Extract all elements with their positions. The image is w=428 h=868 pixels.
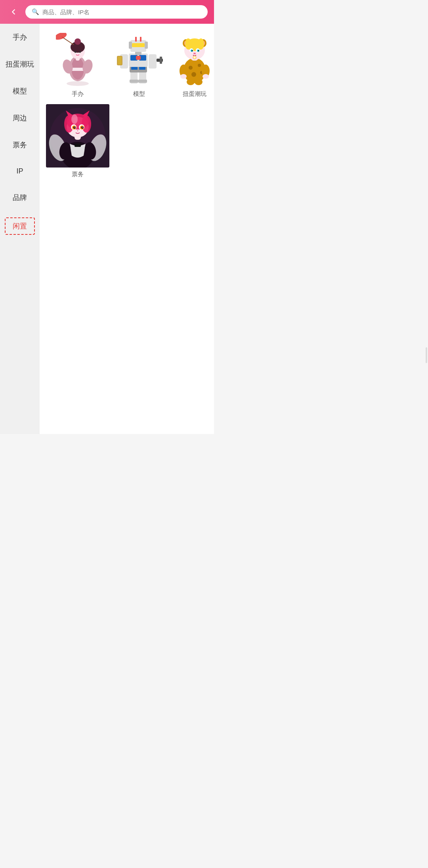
category-grid: 手办 xyxy=(46,32,214,178)
svg-point-41 xyxy=(191,72,196,77)
svg-point-13 xyxy=(79,51,81,53)
category-item-niudan[interactable]: 扭蛋潮玩 xyxy=(169,32,214,98)
search-bar[interactable]: 🔍 xyxy=(25,5,208,19)
svg-rect-33 xyxy=(132,43,145,47)
svg-rect-17 xyxy=(138,80,147,83)
svg-point-46 xyxy=(203,74,209,79)
sidebar-item-ip[interactable]: IP xyxy=(0,158,40,184)
header: 🔍 xyxy=(0,0,214,24)
svg-rect-35 xyxy=(140,37,141,42)
svg-point-40 xyxy=(198,64,201,67)
category-item-shouban[interactable]: 手办 xyxy=(46,32,109,98)
svg-rect-69 xyxy=(75,144,81,147)
svg-point-62 xyxy=(192,50,193,51)
category-image-shouban xyxy=(52,32,103,87)
category-image-moxing xyxy=(113,32,165,87)
sidebar-item-pinpai[interactable]: 品牌 xyxy=(0,184,40,211)
svg-rect-26 xyxy=(149,54,157,69)
svg-rect-24 xyxy=(136,56,141,60)
svg-rect-16 xyxy=(130,80,138,83)
svg-point-48 xyxy=(195,79,203,85)
sidebar-item-niudan[interactable]: 扭蛋潮玩 xyxy=(0,51,40,78)
svg-point-83 xyxy=(81,126,84,129)
sidebar-item-piaowu[interactable]: 票务 xyxy=(0,131,40,158)
search-input[interactable] xyxy=(42,9,201,15)
category-label-piaowu: 票务 xyxy=(72,171,84,178)
svg-point-12 xyxy=(75,51,76,53)
content-area: 手办 xyxy=(40,24,214,434)
sidebar-dashed-wrapper: 闲置 xyxy=(0,211,40,241)
svg-point-57 xyxy=(198,38,204,49)
svg-point-47 xyxy=(187,79,195,85)
svg-point-39 xyxy=(189,66,193,70)
svg-point-0 xyxy=(67,81,89,86)
svg-point-77 xyxy=(71,114,78,124)
svg-rect-36 xyxy=(129,42,132,49)
svg-rect-34 xyxy=(135,37,137,42)
svg-point-86 xyxy=(77,130,78,131)
svg-rect-30 xyxy=(160,57,162,64)
svg-point-85 xyxy=(82,127,83,128)
svg-point-45 xyxy=(180,74,187,79)
svg-point-84 xyxy=(75,127,75,128)
category-label-niudan: 扭蛋潮玩 xyxy=(183,90,206,98)
sidebar: 手办 扭蛋潮玩 模型 周边 票务 IP 品牌 闲置 xyxy=(0,24,40,434)
category-item-piaowu[interactable]: 票务 xyxy=(46,104,109,178)
svg-rect-3 xyxy=(71,68,84,71)
svg-point-63 xyxy=(198,50,199,51)
svg-point-82 xyxy=(73,126,76,129)
sidebar-item-zhoubian[interactable]: 周边 xyxy=(0,105,40,131)
category-image-niudan xyxy=(169,32,214,87)
back-button[interactable] xyxy=(6,5,21,19)
svg-rect-28 xyxy=(118,57,122,65)
svg-point-9 xyxy=(75,38,81,45)
sidebar-item-shouban[interactable]: 手办 xyxy=(0,24,40,51)
svg-rect-20 xyxy=(139,67,145,70)
svg-rect-19 xyxy=(131,67,138,70)
category-label-moxing: 模型 xyxy=(133,90,145,98)
search-icon: 🔍 xyxy=(32,8,39,15)
svg-point-64 xyxy=(193,53,196,54)
sidebar-item-moxing[interactable]: 模型 xyxy=(0,78,40,105)
category-label-shouban: 手办 xyxy=(72,90,84,98)
svg-rect-37 xyxy=(145,42,148,49)
main-layout: 手办 扭蛋潮玩 模型 周边 票务 IP 品牌 闲置 xyxy=(0,24,214,434)
svg-point-76 xyxy=(82,115,91,133)
category-item-moxing[interactable]: 模型 xyxy=(113,32,165,98)
svg-point-65 xyxy=(193,56,196,59)
sidebar-item-xianzhi[interactable]: 闲置 xyxy=(5,217,35,235)
svg-point-56 xyxy=(185,38,191,49)
